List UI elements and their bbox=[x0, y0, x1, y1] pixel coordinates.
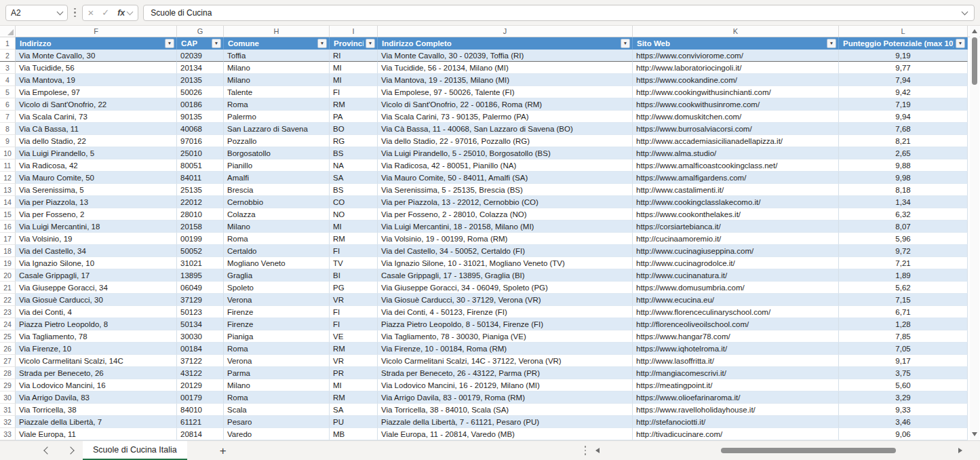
cell-punteggio[interactable]: 5,96 bbox=[839, 233, 968, 245]
cell-completo[interactable]: Casale Grippagli, 17 - 13895, Graglia (B… bbox=[378, 269, 633, 282]
cell-completo[interactable]: Via Mantova, 19 - 20135, Milano (MI) bbox=[378, 74, 633, 86]
row-number[interactable]: 7 bbox=[0, 111, 16, 123]
cell-completo[interactable]: Via dello Stadio, 22 - 97016, Pozzallo (… bbox=[378, 135, 633, 147]
cell-cap[interactable]: 40068 bbox=[177, 123, 224, 135]
cell-indirizzo[interactable]: Via Scala Carini, 73 bbox=[16, 111, 177, 123]
cell-completo[interactable]: Via Giosuè Carducci, 30 - 37129, Verona … bbox=[378, 294, 633, 306]
cell-sito[interactable]: https://www.domusumbria.com/ bbox=[633, 282, 839, 294]
cell-provincia[interactable]: VR bbox=[330, 294, 378, 306]
column-letter-G[interactable]: G bbox=[177, 26, 224, 37]
cell-comune[interactable]: Varedo bbox=[224, 428, 330, 440]
cell-provincia[interactable]: MI bbox=[330, 379, 378, 391]
cell-provincia[interactable]: VR bbox=[330, 355, 378, 367]
cell-punteggio[interactable]: 1,28 bbox=[839, 318, 968, 330]
cell-cap[interactable]: 50052 bbox=[177, 245, 224, 257]
cell-cap[interactable]: 50134 bbox=[177, 318, 224, 330]
cell-cap[interactable]: 13895 bbox=[177, 269, 224, 282]
cell-indirizzo[interactable]: Via Radicosa, 42 bbox=[16, 159, 177, 172]
cell-completo[interactable]: Piazza Pietro Leopoldo, 8 - 50134, Firen… bbox=[378, 318, 633, 330]
row-number[interactable]: 14 bbox=[0, 196, 16, 208]
vertical-scrollbar[interactable] bbox=[970, 26, 979, 440]
cell-completo[interactable]: Via Tagliamento, 78 - 30030, Pianiga (VE… bbox=[378, 330, 633, 343]
cell-completo[interactable]: Vicolo Carmelitani Scalzi, 14C - 37122, … bbox=[378, 355, 633, 367]
chevron-down-icon[interactable] bbox=[57, 8, 64, 15]
cell-provincia[interactable]: BS bbox=[330, 147, 378, 159]
select-all-button[interactable] bbox=[0, 26, 16, 37]
cell-sito[interactable]: https://corsiartebianca.it/ bbox=[633, 221, 839, 233]
cell-indirizzo[interactable]: Via per Piazzola, 13 bbox=[16, 196, 177, 208]
cell-cap[interactable]: 00179 bbox=[177, 391, 224, 404]
cell-comune[interactable]: Certaldo bbox=[224, 245, 330, 257]
filter-button-punteggio[interactable]: ▼ bbox=[956, 39, 965, 48]
cell-completo[interactable]: Via Monte Cavallo, 30 - 02039, Toffia (R… bbox=[378, 50, 633, 62]
cell-comune[interactable]: Colazza bbox=[224, 208, 330, 221]
add-sheet-button[interactable]: + bbox=[220, 445, 227, 457]
header-cell-comune[interactable]: Comune▼ bbox=[224, 37, 330, 50]
cell-indirizzo[interactable]: Via del Castello, 34 bbox=[16, 245, 177, 257]
cell-sito[interactable]: http://www.laboratoriocingoli.it/ bbox=[633, 62, 839, 74]
cell-punteggio[interactable]: 9,72 bbox=[839, 245, 968, 257]
cell-provincia[interactable]: RM bbox=[330, 98, 378, 111]
cell-completo[interactable]: Piazzale della Libertà, 7 - 61121, Pesar… bbox=[378, 416, 633, 428]
cell-comune[interactable]: Milano bbox=[224, 74, 330, 86]
cell-cap[interactable]: 25135 bbox=[177, 184, 224, 196]
row-number[interactable]: 15 bbox=[0, 208, 16, 221]
cell-provincia[interactable]: BS bbox=[330, 184, 378, 196]
cell-sito[interactable]: http://www.castalimenti.it/ bbox=[633, 184, 839, 196]
cell-comune[interactable]: Firenze bbox=[224, 306, 330, 318]
row-number[interactable]: 18 bbox=[0, 245, 16, 257]
row-number[interactable]: 17 bbox=[0, 233, 16, 245]
cell-indirizzo[interactable]: Vicolo Carmelitani Scalzi, 14C bbox=[16, 355, 177, 367]
cell-completo[interactable]: Via Arrigo Davila, 83 - 00179, Roma (RM) bbox=[378, 391, 633, 404]
cell-indirizzo[interactable]: Via Monte Cavallo, 30 bbox=[16, 50, 177, 62]
cell-completo[interactable]: Via Radicosa, 42 - 80051, Pianillo (NA) bbox=[378, 159, 633, 172]
cell-indirizzo[interactable]: Via Mantova, 19 bbox=[16, 74, 177, 86]
cell-indirizzo[interactable]: Via Empolese, 97 bbox=[16, 86, 177, 98]
cell-provincia[interactable]: RG bbox=[330, 135, 378, 147]
cell-completo[interactable]: Via Luigi Pirandello, 5 - 25010, Borgosa… bbox=[378, 147, 633, 159]
cell-punteggio[interactable]: 9,33 bbox=[839, 404, 968, 416]
row-number[interactable]: 10 bbox=[0, 147, 16, 159]
cell-punteggio[interactable]: 9,94 bbox=[839, 111, 968, 123]
cell-provincia[interactable]: RI bbox=[330, 50, 378, 62]
name-box[interactable]: A2 bbox=[5, 5, 68, 21]
cell-indirizzo[interactable]: Piazza Pietro Leopoldo, 8 bbox=[16, 318, 177, 330]
cell-provincia[interactable]: FI bbox=[330, 318, 378, 330]
filter-button-indirizzo[interactable]: ▼ bbox=[165, 39, 174, 48]
cell-provincia[interactable]: SA bbox=[330, 172, 378, 184]
cell-cap[interactable]: 97016 bbox=[177, 135, 224, 147]
cell-punteggio[interactable]: 5,62 bbox=[839, 282, 968, 294]
row-number[interactable]: 16 bbox=[0, 221, 16, 233]
column-letter-K[interactable]: K bbox=[633, 26, 839, 37]
cell-completo[interactable]: Via dei Conti, 4 - 50123, Firenze (FI) bbox=[378, 306, 633, 318]
cell-provincia[interactable]: MI bbox=[330, 62, 378, 74]
cell-completo[interactable]: Strada per Beneceto, 26 - 43122, Parma (… bbox=[378, 367, 633, 379]
filter-button-completo[interactable]: ▼ bbox=[621, 39, 630, 48]
cell-cap[interactable]: 22012 bbox=[177, 196, 224, 208]
cell-sito[interactable]: http://florenceoliveoilschool.com/ bbox=[633, 318, 839, 330]
cell-completo[interactable]: Via Giuseppe Goracci, 34 - 06049, Spolet… bbox=[378, 282, 633, 294]
cell-comune[interactable]: Milano bbox=[224, 221, 330, 233]
row-number[interactable]: 27 bbox=[0, 355, 16, 367]
scroll-left-icon[interactable] bbox=[595, 448, 600, 453]
cell-indirizzo[interactable]: Piazzale della Libertà, 7 bbox=[16, 416, 177, 428]
cell-comune[interactable]: Palermo bbox=[224, 111, 330, 123]
row-number[interactable]: 23 bbox=[0, 306, 16, 318]
cell-sito[interactable]: http://www.cucinanatura.it/ bbox=[633, 269, 839, 282]
column-letter-L[interactable]: L bbox=[839, 26, 968, 37]
cell-punteggio[interactable]: 2,65 bbox=[839, 147, 968, 159]
row-number[interactable]: 30 bbox=[0, 391, 16, 404]
cell-provincia[interactable]: SA bbox=[330, 404, 378, 416]
row-number[interactable]: 8 bbox=[0, 123, 16, 135]
cell-sito[interactable]: http://www.florenceculinaryschool.com/ bbox=[633, 306, 839, 318]
cell-cap[interactable]: 06049 bbox=[177, 282, 224, 294]
cell-punteggio[interactable]: 7,94 bbox=[839, 74, 968, 86]
cell-punteggio[interactable]: 6,71 bbox=[839, 306, 968, 318]
cell-indirizzo[interactable]: Vicolo di Sant'Onofrio, 22 bbox=[16, 98, 177, 111]
cell-provincia[interactable]: RM bbox=[330, 343, 378, 355]
cell-indirizzo[interactable]: Via Serenissima, 5 bbox=[16, 184, 177, 196]
cell-completo[interactable]: Via Mauro Comite, 50 - 84011, Amalfi (SA… bbox=[378, 172, 633, 184]
cell-completo[interactable]: Via Serenissima, 5 - 25135, Brescia (BS) bbox=[378, 184, 633, 196]
scroll-right-icon[interactable] bbox=[958, 448, 962, 453]
cell-punteggio[interactable]: 6,32 bbox=[839, 208, 968, 221]
